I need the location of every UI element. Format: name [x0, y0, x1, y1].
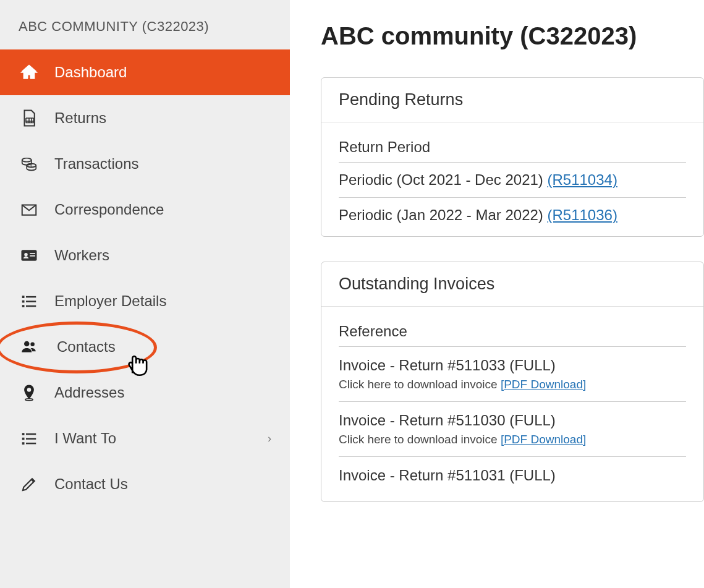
svg-point-5 [24, 253, 28, 257]
panel-header: Outstanding Invoices [321, 262, 703, 307]
sidebar-item-label: Workers [54, 247, 109, 264]
sidebar-item-label: Contact Us [54, 475, 128, 493]
svg-point-17 [25, 399, 33, 401]
sidebar-item-label: Addresses [54, 384, 124, 401]
invoice-title: Invoice - Return #511031 (FULL) [339, 467, 686, 484]
sidebar-item-label: Employer Details [54, 292, 166, 310]
sidebar-item-employer-details[interactable]: Employer Details [0, 278, 290, 324]
sidebar-item-label: Dashboard [54, 64, 127, 81]
sidebar-item-label: Contacts [57, 338, 116, 356]
svg-rect-21 [26, 438, 36, 440]
envelope-icon [19, 200, 40, 219]
svg-rect-9 [26, 296, 36, 298]
svg-rect-11 [26, 300, 36, 302]
id-card-icon [19, 246, 40, 265]
invoice-row: Invoice - Return #511030 (FULL) Click he… [339, 402, 686, 457]
sidebar-item-correspondence[interactable]: Correspondence [0, 187, 290, 232]
sidebar-item-contact-us[interactable]: Contact Us [0, 461, 290, 507]
outstanding-invoices-panel: Outstanding Invoices Reference Invoice -… [321, 262, 704, 502]
map-pin-icon [19, 383, 40, 402]
page-title: ABC community (C322023) [321, 22, 704, 50]
list-icon [19, 292, 40, 310]
people-icon [19, 338, 40, 356]
sidebar-item-transactions[interactable]: $ Transactions [0, 141, 290, 187]
column-header: Return Period [339, 129, 686, 163]
svg-rect-7 [30, 255, 35, 257]
svg-rect-20 [22, 438, 25, 440]
sidebar-item-label: Transactions [54, 155, 139, 173]
sidebar: ABC COMMUNITY (C322023) Dashboard Return… [0, 0, 290, 588]
list-icon [19, 429, 40, 448]
sidebar-item-label: Returns [54, 109, 106, 127]
sidebar-item-workers[interactable]: Workers [0, 232, 290, 278]
svg-point-14 [24, 341, 30, 347]
panel-header: Pending Returns [321, 78, 703, 122]
invoice-row: Invoice - Return #511031 (FULL) [339, 457, 686, 498]
svg-rect-22 [22, 442, 25, 445]
chevron-right-icon: › [268, 432, 271, 445]
svg-rect-10 [22, 300, 25, 303]
document-grid-icon [19, 109, 40, 127]
svg-rect-19 [26, 433, 36, 435]
invoice-title: Invoice - Return #511033 (FULL) [339, 357, 686, 374]
invoice-row: Invoice - Return #511033 (FULL) Click he… [339, 347, 686, 402]
column-header: Reference [339, 313, 686, 347]
sidebar-item-returns[interactable]: Returns [0, 95, 290, 141]
svg-text:$: $ [30, 163, 33, 168]
svg-point-15 [30, 342, 35, 346]
pdf-download-link[interactable]: [PDF Download] [501, 433, 586, 446]
coins-icon: $ [19, 155, 40, 173]
download-prefix: Click here to download invoice [339, 378, 501, 391]
pdf-download-link[interactable]: [PDF Download] [501, 378, 586, 391]
svg-point-16 [27, 388, 32, 392]
return-period-text: Periodic (Jan 2022 - Mar 2022) [339, 207, 548, 223]
return-link[interactable]: (R511034) [548, 171, 617, 188]
return-row: Periodic (Jan 2022 - Mar 2022) (R511036) [339, 198, 686, 232]
sidebar-item-contacts[interactable]: Contacts [0, 324, 290, 370]
svg-rect-6 [30, 253, 35, 254]
svg-rect-12 [22, 305, 25, 307]
sidebar-item-i-want-to[interactable]: I Want To › [0, 415, 290, 461]
sidebar-header: ABC COMMUNITY (C322023) [0, 12, 290, 49]
svg-rect-18 [22, 433, 25, 435]
sidebar-item-label: I Want To [54, 430, 116, 447]
pending-returns-panel: Pending Returns Return Period Periodic (… [321, 77, 704, 237]
sidebar-item-addresses[interactable]: Addresses [0, 370, 290, 415]
sidebar-item-label: Correspondence [54, 201, 164, 218]
return-link[interactable]: (R511036) [548, 207, 617, 223]
sidebar-item-dashboard[interactable]: Dashboard [0, 49, 290, 95]
home-icon [19, 63, 40, 82]
pencil-icon [19, 475, 40, 493]
download-prefix: Click here to download invoice [339, 433, 501, 446]
svg-point-0 [22, 158, 32, 162]
main-content: ABC community (C322023) Pending Returns … [290, 0, 704, 588]
svg-rect-13 [26, 305, 36, 307]
return-row: Periodic (Oct 2021 - Dec 2021) (R511034) [339, 163, 686, 198]
svg-rect-23 [26, 443, 36, 445]
invoice-title: Invoice - Return #511030 (FULL) [339, 412, 686, 429]
svg-rect-8 [22, 296, 25, 298]
return-period-text: Periodic (Oct 2021 - Dec 2021) [339, 171, 548, 188]
